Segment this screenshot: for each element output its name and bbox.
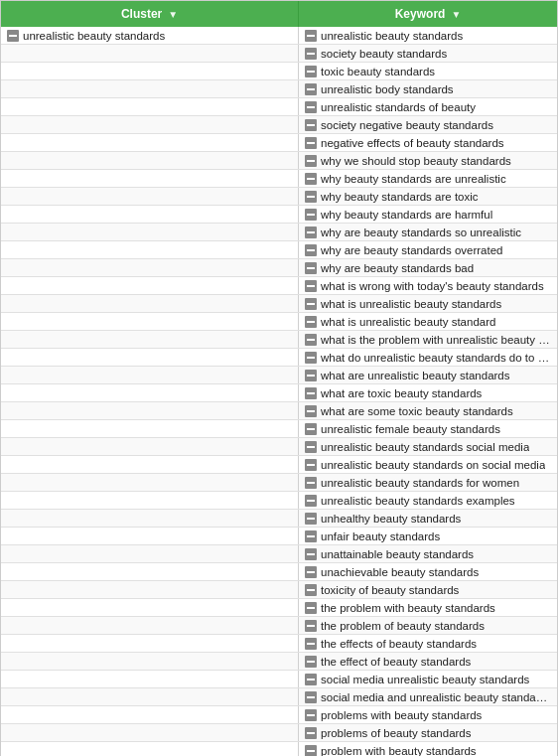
keyword-value: unrealistic female beauty standards [321,423,500,435]
keyword-value: society negative beauty standards [321,119,493,131]
keyword-collapse-icon[interactable] [305,209,317,221]
table-row: social media and unrealistic beauty stan… [1,688,557,706]
keyword-cell: why beauty standards are harmful [299,206,557,223]
keyword-collapse-icon[interactable] [305,227,317,238]
keyword-collapse-icon[interactable] [305,370,317,381]
keyword-value: why are beauty standards so unrealistic [321,227,521,238]
table-row: unfair beauty standards [1,528,557,545]
keyword-collapse-icon[interactable] [305,66,317,77]
cluster-cell [1,492,299,509]
keyword-cell: unrealistic beauty standards on social m… [299,456,557,473]
keyword-collapse-icon[interactable] [305,352,317,364]
collapse-icon[interactable] [7,30,19,42]
keyword-cell: unrealistic beauty standards social medi… [299,438,557,455]
table-row: what are unrealistic beauty standards [1,367,557,384]
cluster-filter-icon[interactable]: ▼ [168,9,178,20]
keyword-collapse-icon[interactable] [305,30,317,42]
keyword-collapse-icon[interactable] [305,691,317,703]
keyword-collapse-icon[interactable] [305,101,317,113]
keyword-header-label: Keyword [395,7,446,21]
keyword-collapse-icon[interactable] [305,584,317,596]
keyword-cell: why beauty standards are unrealistic [299,170,557,187]
keyword-value: why are beauty standards bad [321,262,474,274]
keyword-collapse-icon[interactable] [305,602,317,614]
keyword-header[interactable]: Keyword ▼ [299,1,557,27]
keyword-cell: unhealthy beauty standards [299,510,557,527]
keyword-collapse-icon[interactable] [305,423,317,435]
keyword-cell: problem with beauty standards [299,742,557,756]
keyword-cell: toxicity of beauty standards [299,581,557,598]
keyword-value: unrealistic standards of beauty [321,101,476,113]
keyword-collapse-icon[interactable] [305,620,317,632]
keyword-collapse-icon[interactable] [305,530,317,542]
keyword-collapse-icon[interactable] [305,48,317,60]
keyword-collapse-icon[interactable] [305,280,317,292]
keyword-collapse-icon[interactable] [305,459,317,471]
keyword-value: problems of beauty standards [321,727,472,739]
cluster-header-label: Cluster [121,7,162,21]
keyword-collapse-icon[interactable] [305,709,317,721]
keyword-collapse-icon[interactable] [305,334,317,346]
keyword-collapse-icon[interactable] [305,727,317,739]
keyword-collapse-icon[interactable] [305,316,317,328]
cluster-cell [1,277,299,294]
keyword-collapse-icon[interactable] [305,566,317,578]
keyword-value: why beauty standards are toxic [321,191,479,203]
keyword-collapse-icon[interactable] [305,745,317,757]
keyword-cell: society negative beauty standards [299,116,557,133]
keyword-value: what is unrealistic beauty standard [321,316,495,328]
keyword-collapse-icon[interactable] [305,513,317,525]
keyword-value: unfair beauty standards [321,530,440,542]
cluster-cell [1,224,299,240]
keyword-collapse-icon[interactable] [305,298,317,310]
keyword-collapse-icon[interactable] [305,656,317,668]
cluster-cell [1,420,299,437]
keyword-value: what are some toxic beauty standards [321,405,513,417]
keyword-value: unrealistic body standards [321,83,454,95]
cluster-cell [1,331,299,348]
cluster-cell [1,545,299,562]
keyword-collapse-icon[interactable] [305,191,317,203]
cluster-cell [1,349,299,366]
keyword-collapse-icon[interactable] [305,155,317,167]
cluster-cell [1,45,299,62]
table-row: what are some toxic beauty standards [1,402,557,420]
keyword-cell: problems of beauty standards [299,724,557,741]
keyword-collapse-icon[interactable] [305,638,317,650]
cluster-cell [1,563,299,580]
keyword-collapse-icon[interactable] [305,405,317,417]
keyword-value: what is unrealistic beauty standards [321,298,501,310]
keyword-filter-icon[interactable]: ▼ [451,9,461,20]
table-row: unrealistic female beauty standards [1,420,557,438]
cluster-cell [1,80,299,97]
keyword-cell: unfair beauty standards [299,528,557,544]
keyword-collapse-icon[interactable] [305,387,317,399]
keyword-collapse-icon[interactable] [305,83,317,95]
table-row: negative effects of beauty standards [1,134,557,152]
table-row: problems with beauty standards [1,706,557,724]
keyword-collapse-icon[interactable] [305,137,317,149]
cluster-header[interactable]: Cluster ▼ [1,1,299,27]
cluster-cell [1,241,299,258]
table-row: unhealthy beauty standards [1,510,557,528]
cluster-cell [1,706,299,723]
keyword-collapse-icon[interactable] [305,495,317,507]
keyword-value: why we should stop beauty standards [321,155,511,167]
keyword-collapse-icon[interactable] [305,441,317,453]
cluster-cell [1,116,299,133]
keyword-collapse-icon[interactable] [305,119,317,131]
cluster-cell [1,438,299,455]
keyword-collapse-icon[interactable] [305,548,317,560]
cluster-cell [1,653,299,670]
keyword-value: why beauty standards are unrealistic [321,173,506,185]
keyword-collapse-icon[interactable] [305,477,317,489]
cluster-cell [1,688,299,705]
keyword-collapse-icon[interactable] [305,674,317,685]
table-row: why we should stop beauty standards [1,152,557,170]
keyword-cell: what is unrealistic beauty standards [299,295,557,312]
keyword-cell: what do unrealistic beauty standards do … [299,349,557,366]
keyword-collapse-icon[interactable] [305,244,317,256]
keyword-collapse-icon[interactable] [305,262,317,274]
cluster-cell [1,402,299,419]
keyword-collapse-icon[interactable] [305,173,317,185]
